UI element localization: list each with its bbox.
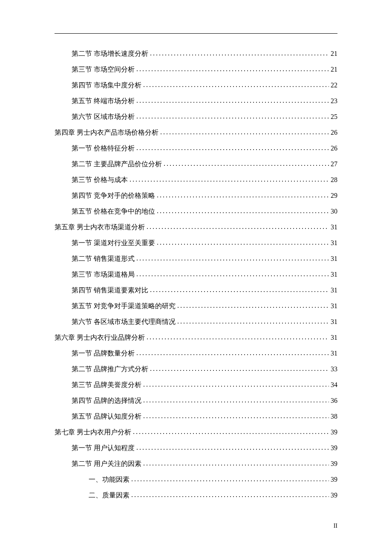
toc-entry-label: 第七章 男士内衣用户分析 xyxy=(55,429,131,436)
toc-entry-page: 21 xyxy=(331,50,337,57)
toc-entry-label: 第二节 市场增长速度分析 xyxy=(72,50,148,57)
toc-leader-dots xyxy=(157,208,329,214)
toc-entry: 第六章 男士内衣行业品牌分析31 xyxy=(55,334,337,341)
toc-entry: 第四节 销售渠道要素对比31 xyxy=(55,287,337,294)
toc-entry-label: 第一节 用户认知程度 xyxy=(72,445,135,451)
toc-leader-dots xyxy=(147,334,329,341)
toc-leader-dots xyxy=(143,397,329,404)
toc-entry-page: 39 xyxy=(331,429,337,436)
toc-leader-dots xyxy=(136,271,329,278)
toc-entry-page: 22 xyxy=(331,82,337,89)
toc-entry-label: 二、质量因素 xyxy=(89,492,130,499)
toc-entry: 第五节 价格在竞争中的地位30 xyxy=(55,208,337,215)
toc-entry: 第七章 男士内衣用户分析39 xyxy=(55,429,337,436)
toc-entry: 第一节 品牌数量分析31 xyxy=(55,350,337,357)
toc-entry: 第五节 品牌认知度分析38 xyxy=(55,413,337,420)
toc-entry-page: 31 xyxy=(331,318,337,325)
toc-entry-page: 39 xyxy=(331,460,337,467)
toc-entry-label: 第六章 男士内衣行业品牌分析 xyxy=(55,334,145,341)
toc-entry-page: 21 xyxy=(331,66,337,73)
toc-leader-dots xyxy=(136,350,329,356)
toc-leader-dots xyxy=(143,413,329,419)
toc-entry-label: 第三节 市场渠道格局 xyxy=(72,271,135,278)
toc-entry-label: 第一节 渠道对行业至关重要 xyxy=(72,240,155,246)
toc-entry-page: 25 xyxy=(331,113,337,120)
toc-entry-page: 36 xyxy=(331,397,337,404)
toc-entry-label: 第一节 品牌数量分析 xyxy=(72,350,135,357)
toc-entry-label: 第四节 销售渠道要素对比 xyxy=(72,287,148,294)
toc-leader-dots xyxy=(157,192,329,199)
toc-entry: 第一节 用户认知程度39 xyxy=(55,445,337,451)
toc-entry-label: 第二节 品牌推广方式分析 xyxy=(72,366,148,373)
toc-entry-page: 26 xyxy=(331,145,337,152)
toc-entry-label: 第五节 终端市场分析 xyxy=(72,98,135,104)
toc-entry-page: 31 xyxy=(331,255,337,262)
toc-leader-dots xyxy=(150,366,329,372)
toc-entry: 二、质量因素39 xyxy=(55,492,337,499)
toc-entry-page: 30 xyxy=(331,208,337,215)
toc-entry-page: 26 xyxy=(331,129,337,136)
toc-leader-dots xyxy=(177,318,329,325)
toc-entry-label: 第四章 男士内衣产品市场价格分析 xyxy=(55,129,159,136)
toc-entry: 第二节 市场增长速度分析21 xyxy=(55,50,337,57)
toc-leader-dots xyxy=(143,82,329,88)
toc-entry: 第四章 男士内衣产品市场价格分析26 xyxy=(55,129,337,136)
toc-leader-dots xyxy=(136,98,329,104)
toc-entry-label: 第四节 品牌的选择情况 xyxy=(72,397,141,404)
toc-leader-dots xyxy=(147,224,329,230)
document-page: 第二节 市场增长速度分析21第三节 市场空间分析21第四节 市场集中度分析22第… xyxy=(0,0,392,555)
toc-entry: 第三节 品牌美誉度分析34 xyxy=(55,382,337,388)
toc-leader-dots xyxy=(136,145,329,151)
toc-entry: 第五节 对竞争对手渠道策略的研究31 xyxy=(55,303,337,309)
toc-leader-dots xyxy=(136,445,329,451)
toc-entry-label: 第三节 品牌美誉度分析 xyxy=(72,382,141,388)
toc-entry-label: 第五节 价格在竞争中的地位 xyxy=(72,208,155,215)
toc-entry-label: 第六节 区域市场分析 xyxy=(72,113,135,120)
toc-leader-dots xyxy=(143,382,329,388)
toc-leader-dots xyxy=(136,66,329,72)
toc-entry: 第五节 终端市场分析23 xyxy=(55,98,337,104)
toc-entry: 第三节 市场空间分析21 xyxy=(55,66,337,73)
table-of-contents: 第二节 市场增长速度分析21第三节 市场空间分析21第四节 市场集中度分析22第… xyxy=(55,50,337,508)
toc-entry-label: 第五章 男士内衣市场渠道分析 xyxy=(55,224,145,231)
toc-entry: 第二节 用户关注的因素39 xyxy=(55,460,337,467)
toc-entry-page: 39 xyxy=(331,445,337,451)
toc-entry-page: 38 xyxy=(331,413,337,420)
toc-entry: 第四节 市场集中度分析22 xyxy=(55,82,337,89)
toc-entry-page: 23 xyxy=(331,98,337,104)
toc-leader-dots xyxy=(133,429,329,435)
toc-entry: 第六节 各区域市场主要代理商情况31 xyxy=(55,318,337,325)
toc-entry-label: 第六节 各区域市场主要代理商情况 xyxy=(72,318,176,325)
toc-leader-dots xyxy=(131,492,329,498)
page-number: II xyxy=(334,523,337,529)
toc-entry-label: 第五节 对竞争对手渠道策略的研究 xyxy=(72,303,176,309)
toc-leader-dots xyxy=(157,240,329,246)
toc-entry: 第二节 销售渠道形式31 xyxy=(55,255,337,262)
toc-leader-dots xyxy=(131,476,329,483)
toc-entry-page: 34 xyxy=(331,382,337,388)
toc-entry-page: 39 xyxy=(331,492,337,499)
toc-entry: 第四节 品牌的选择情况36 xyxy=(55,397,337,404)
toc-leader-dots xyxy=(177,303,329,309)
toc-entry-label: 第四节 竞争对手的价格策略 xyxy=(72,192,155,199)
toc-entry-page: 31 xyxy=(331,350,337,357)
toc-entry: 第三节 市场渠道格局31 xyxy=(55,271,337,278)
toc-entry: 第二节 主要品牌产品价位分析27 xyxy=(55,161,337,168)
toc-entry-page: 31 xyxy=(331,271,337,278)
toc-leader-dots xyxy=(143,460,329,467)
toc-entry-label: 第三节 价格与成本 xyxy=(72,176,128,183)
toc-entry-page: 31 xyxy=(331,334,337,341)
toc-entry-label: 第四节 市场集中度分析 xyxy=(72,82,141,89)
toc-entry: 第一节 价格特征分析26 xyxy=(55,145,337,152)
toc-entry: 第四节 竞争对手的价格策略29 xyxy=(55,192,337,199)
toc-leader-dots xyxy=(150,287,329,293)
toc-entry-label: 第二节 销售渠道形式 xyxy=(72,255,135,262)
header-rule xyxy=(55,33,337,34)
toc-entry-page: 39 xyxy=(331,476,337,483)
toc-entry-page: 31 xyxy=(331,240,337,246)
toc-entry-page: 29 xyxy=(331,192,337,199)
toc-leader-dots xyxy=(160,129,329,136)
toc-entry: 第五章 男士内衣市场渠道分析31 xyxy=(55,224,337,231)
toc-leader-dots xyxy=(164,161,329,167)
toc-entry-label: 一、功能因素 xyxy=(89,476,130,483)
